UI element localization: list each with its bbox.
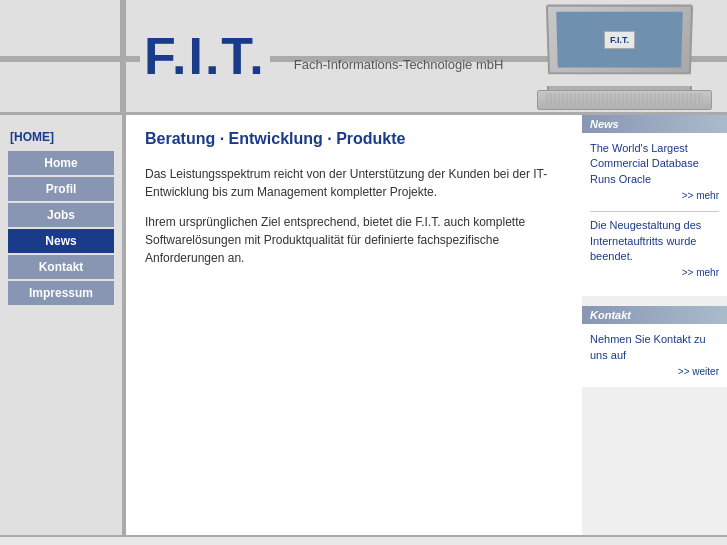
news-divider <box>590 211 719 212</box>
kontakt-section-header: Kontakt <box>582 306 727 324</box>
news-section-body: The World's Largest Commercial Database … <box>582 133 727 296</box>
nav-item-home[interactable]: Home <box>8 151 114 175</box>
news-item-2-title: Die Neugestaltung des Internetauftritts … <box>590 218 719 264</box>
kontakt-text: Nehmen Sie Kontakt zu uns auf <box>590 332 719 363</box>
main-paragraph-2: Ihrem ursprünglichen Ziel entsprechend, … <box>145 213 562 267</box>
news-item-2-more[interactable]: >> mehr <box>590 266 719 280</box>
logo-text: F.I.T. <box>140 30 270 82</box>
kontakt-section: Kontakt Nehmen Sie Kontakt zu uns auf >>… <box>582 306 727 387</box>
layout: [HOME] Home Profil Jobs News Kontakt Imp… <box>0 115 727 535</box>
kontakt-more[interactable]: >> weiter <box>590 365 719 379</box>
news-item-1-title: The World's Largest Commercial Database … <box>590 141 719 187</box>
news-section-header: News <box>582 115 727 133</box>
news-section: News The World's Largest Commercial Data… <box>582 115 727 296</box>
nav-item-jobs[interactable]: Jobs <box>8 203 114 227</box>
kontakt-section-body: Nehmen Sie Kontakt zu uns auf >> weiter <box>582 324 727 387</box>
nav-item-impressum[interactable]: Impressum <box>8 281 114 305</box>
news-item-1: The World's Largest Commercial Database … <box>590 141 719 203</box>
home-breadcrumb: [HOME] <box>0 125 122 149</box>
right-panel: News The World's Largest Commercial Data… <box>582 115 727 535</box>
nav-item-news[interactable]: News <box>8 229 114 253</box>
main-paragraph-1: Das Leistungsspektrum reicht von der Unt… <box>145 165 562 201</box>
company-tagline: Fach-Informations-Technologie mbH <box>294 57 504 72</box>
header: F.I.T. Fach-Informations-Technologie mbH… <box>0 0 727 115</box>
sidebar: [HOME] Home Profil Jobs News Kontakt Imp… <box>0 115 125 535</box>
news-item-2: Die Neugestaltung des Internetauftritts … <box>590 218 719 280</box>
footer: F.I.T. Ges. f. Fach-Informations-Technol… <box>0 535 727 545</box>
news-item-1-more[interactable]: >> mehr <box>590 189 719 203</box>
logo-area: F.I.T. Fach-Informations-Technologie mbH <box>140 30 503 82</box>
main-content: Beratung · Entwicklung · Produkte Das Le… <box>125 115 582 535</box>
nav-item-kontakt[interactable]: Kontakt <box>8 255 114 279</box>
nav-item-profil[interactable]: Profil <box>8 177 114 201</box>
page-wrapper: F.I.T. Fach-Informations-Technologie mbH… <box>0 0 727 545</box>
main-title: Beratung · Entwicklung · Produkte <box>145 130 562 153</box>
